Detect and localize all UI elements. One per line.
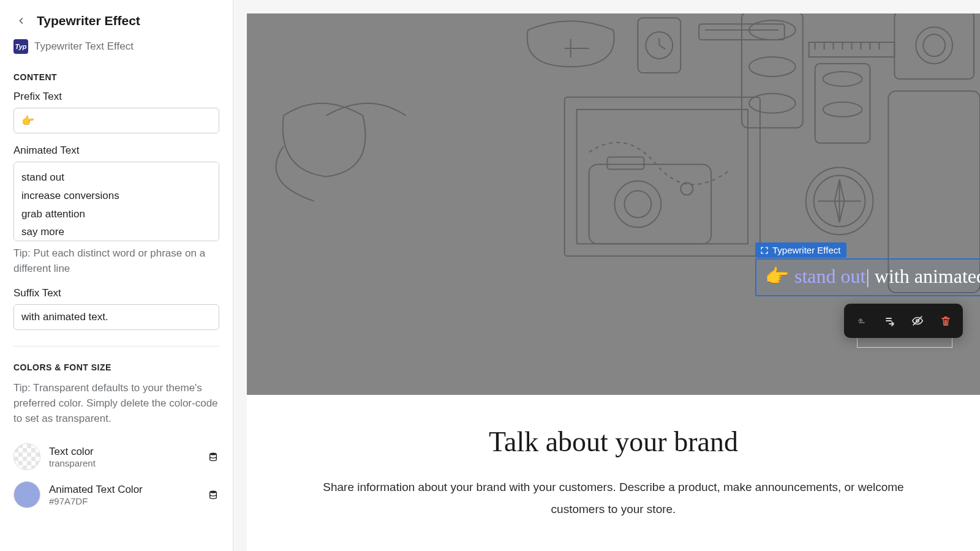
dynamic-source-icon[interactable] bbox=[207, 451, 219, 462]
sidebar-title: Typewriter Effect bbox=[37, 13, 140, 28]
svg-point-8 bbox=[749, 94, 796, 113]
app-icon: Typ bbox=[13, 39, 28, 54]
hide-button[interactable] bbox=[904, 310, 931, 332]
prefix-field: Prefix Text bbox=[0, 91, 233, 144]
suffix-label: Suffix Text bbox=[13, 287, 219, 299]
text-color-info: Text color transparent bbox=[49, 446, 198, 468]
settings-sidebar: Typewriter Effect Typ Typewriter Text Ef… bbox=[0, 0, 233, 551]
typewriter-preview: 👉 stand out| with animated text. bbox=[756, 260, 980, 293]
svg-point-23 bbox=[624, 190, 651, 217]
svg-point-12 bbox=[823, 102, 862, 117]
animated-textarea[interactable] bbox=[13, 162, 219, 241]
eye-off-icon bbox=[911, 314, 924, 328]
suffix-field: Suffix Text bbox=[0, 287, 233, 341]
svg-point-11 bbox=[823, 72, 862, 86]
preview-pane: Typewriter Effect 👉 stand out| with anim… bbox=[233, 0, 980, 551]
typewriter-animated: stand out bbox=[794, 265, 865, 287]
brand-section: Talk about your brand Share information … bbox=[247, 395, 980, 551]
animated-tip: Tip: Put each distinct word or phrase on… bbox=[13, 246, 219, 276]
back-button[interactable] bbox=[13, 13, 28, 28]
svg-rect-21 bbox=[589, 165, 712, 244]
prefix-label: Prefix Text bbox=[13, 91, 219, 103]
hero-section: Typewriter Effect 👉 stand out| with anim… bbox=[247, 13, 980, 395]
animated-color-label: Animated Text Color bbox=[49, 484, 198, 496]
svg-point-14 bbox=[916, 27, 952, 64]
move-down-button[interactable] bbox=[876, 310, 903, 332]
svg-rect-19 bbox=[565, 97, 760, 256]
brand-title: Talk about your brand bbox=[284, 425, 943, 458]
svg-point-22 bbox=[614, 181, 661, 228]
preview-canvas: Typewriter Effect 👉 stand out| with anim… bbox=[247, 13, 980, 551]
animated-color-value: #97A7DF bbox=[49, 496, 198, 506]
selection-label[interactable]: Typewriter Effect bbox=[755, 242, 846, 258]
svg-point-25 bbox=[680, 182, 693, 195]
animated-color-row[interactable]: Animated Text Color #97A7DF bbox=[0, 478, 233, 515]
divider bbox=[13, 346, 219, 347]
svg-rect-10 bbox=[815, 64, 870, 143]
svg-point-0 bbox=[210, 453, 217, 455]
chevron-left-icon bbox=[16, 16, 26, 26]
typewriter-suffix: with animated text. bbox=[875, 265, 980, 287]
text-color-label: Text color bbox=[49, 446, 198, 458]
animated-color-info: Animated Text Color #97A7DF bbox=[49, 484, 198, 506]
svg-point-1 bbox=[210, 491, 217, 493]
brand-description: Share information about your brand with … bbox=[307, 476, 920, 520]
section-content-heading: CONTENT bbox=[0, 67, 233, 91]
colors-tip: Tip: Transparent defaults to your theme'… bbox=[0, 381, 233, 440]
svg-point-7 bbox=[749, 57, 796, 77]
trash-icon bbox=[940, 315, 952, 327]
selection-outline[interactable]: Typewriter Effect 👉 stand out| with anim… bbox=[755, 258, 980, 296]
section-colors-heading: COLORS & FONT SIZE bbox=[0, 358, 233, 381]
suffix-input[interactable] bbox=[13, 304, 219, 330]
animated-field: Animated Text Tip: Put each distinct wor… bbox=[0, 144, 233, 287]
move-up-icon bbox=[855, 315, 867, 327]
move-up-button[interactable] bbox=[848, 310, 875, 332]
prefix-input[interactable] bbox=[13, 108, 219, 133]
block-toolbar bbox=[844, 304, 963, 338]
text-color-swatch[interactable] bbox=[13, 443, 40, 470]
selection-label-text: Typewriter Effect bbox=[772, 245, 840, 255]
sidebar-header: Typewriter Effect bbox=[0, 0, 233, 34]
move-down-icon bbox=[883, 315, 895, 327]
text-color-value: transparent bbox=[49, 458, 198, 468]
placeholder-outline bbox=[857, 338, 952, 348]
svg-rect-13 bbox=[894, 13, 974, 79]
svg-rect-20 bbox=[577, 110, 748, 244]
typewriter-cursor: | bbox=[865, 265, 869, 287]
svg-rect-24 bbox=[608, 157, 644, 170]
app-identifier: Typ Typewriter Text Effect bbox=[0, 34, 233, 67]
animated-label: Animated Text bbox=[13, 144, 219, 157]
dynamic-source-icon[interactable] bbox=[207, 489, 219, 500]
fullscreen-icon bbox=[760, 246, 769, 255]
text-color-row[interactable]: Text color transparent bbox=[0, 440, 233, 478]
app-name: Typewriter Text Effect bbox=[34, 40, 134, 53]
animated-color-swatch[interactable] bbox=[13, 481, 40, 508]
typewriter-prefix: 👉 bbox=[765, 265, 790, 287]
delete-button[interactable] bbox=[932, 310, 959, 332]
svg-point-15 bbox=[923, 34, 945, 56]
